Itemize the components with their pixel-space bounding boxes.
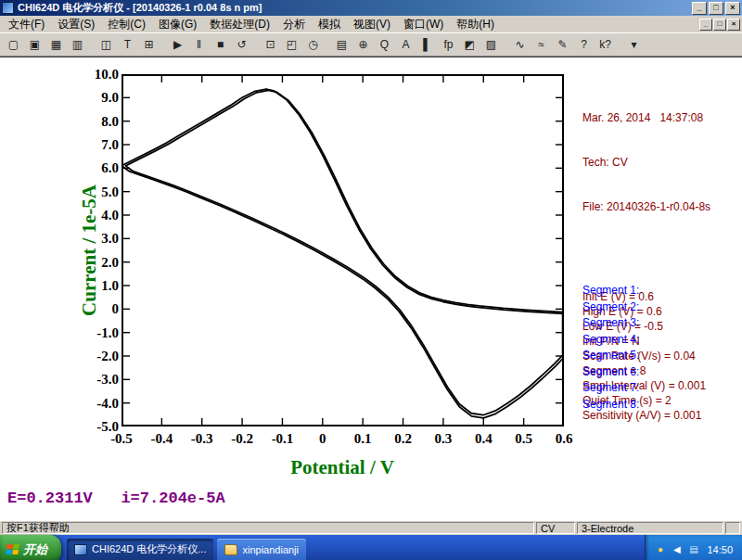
start-button[interactable]: 开始	[0, 535, 61, 560]
cv-plot[interactable]	[122, 74, 564, 426]
reverse-scan-icon[interactable]: ↺	[231, 34, 252, 55]
quiet-time-icon[interactable]: Q	[374, 34, 395, 55]
overlay-plot-icon[interactable]: ▤	[331, 34, 352, 55]
font-size-icon[interactable]: A	[395, 34, 416, 55]
toolbar-separator	[88, 34, 96, 55]
minimize-button[interactable]: _	[692, 2, 707, 15]
cursor-readout: E=0.2311V i=7.204e-5A	[7, 490, 225, 507]
maximize-button[interactable]: □	[709, 2, 723, 15]
stop-icon[interactable]: ■	[210, 34, 231, 55]
x-tick-label: -0.5	[110, 431, 133, 447]
task-label: xinpiandianji	[242, 544, 299, 555]
taskbar-task-2[interactable]: xinpiandianji	[217, 539, 306, 560]
y-tick-label: 8.0	[101, 113, 119, 129]
smooth-data-icon[interactable]: ∿	[509, 34, 531, 55]
app-window: CHI624D 电化学分析仪 - [20140326-1 r0.04 8s n …	[0, 0, 742, 560]
status-electrode-mode: 3-Electrode	[577, 522, 723, 534]
instrument-status-icon[interactable]: ●	[654, 543, 666, 555]
input-method-icon[interactable]: ▤	[687, 543, 699, 555]
toolbar: ▢▣▦▥◫T⊞▶‖■↺⊡◰◷▤⊕QA▌fp◩▨∿≈✎?k?▾	[0, 32, 742, 57]
x-tick-label: -0.1	[272, 431, 294, 447]
toolbar-separator	[502, 34, 509, 55]
segment-label: Segment 6:	[582, 364, 639, 381]
status-help-text: 按F1获得帮助	[2, 522, 534, 534]
toolbar-separator	[616, 34, 623, 55]
menu-item-6[interactable]: 分析	[276, 16, 312, 33]
app-icon	[2, 2, 14, 14]
segment-label: Segment 5:	[582, 348, 639, 364]
segment-label: Segment 2:	[582, 299, 639, 316]
context-help-icon[interactable]: k?	[595, 34, 616, 55]
taskbar: 开始 CHI624D 电化学分析仪...xinpiandianji ●◀▤ 14…	[0, 535, 742, 560]
y-tick-label: -4.0	[96, 395, 119, 411]
taskbar-task-1[interactable]: CHI624D 电化学分析仪...	[67, 539, 213, 560]
menu-item-4[interactable]: 图像(G)	[152, 16, 203, 33]
x-tick-label: 0.6	[556, 431, 573, 447]
experiment-timestamp: Mar. 26, 2014 14:37:08	[582, 110, 710, 125]
app-task-icon	[74, 544, 87, 555]
present-data-icon[interactable]: ▨	[480, 34, 502, 55]
graph-options-icon[interactable]: ◩	[459, 34, 480, 55]
derivative-icon[interactable]: ≈	[531, 34, 552, 55]
menu-item-3[interactable]: 控制(C)	[101, 16, 152, 33]
menu-item-2[interactable]: 设置(S)	[51, 16, 101, 33]
menu-item-5[interactable]: 数据处理(D)	[203, 16, 276, 33]
status-bar: 按F1获得帮助 CV 3-Electrode	[0, 520, 742, 535]
y-tick-label: 10.0	[95, 67, 119, 83]
y-tick-label: -2.0	[96, 349, 119, 364]
cv-curve-cycle-2	[125, 90, 562, 414]
about-icon[interactable]: ?	[573, 34, 595, 55]
volume-icon[interactable]: ◀	[671, 543, 683, 555]
copy-graph-icon[interactable]: ◫	[96, 34, 117, 55]
annotate-pen-icon[interactable]: ✎	[552, 34, 573, 55]
menu-item-10[interactable]: 帮助(H)	[450, 16, 501, 33]
print-icon[interactable]: ▥	[67, 34, 88, 55]
x-axis-label: Potential / V	[290, 456, 394, 479]
x-tick-label: 0.3	[435, 431, 453, 447]
color-bars-icon[interactable]: ▌	[416, 34, 438, 55]
pause-icon[interactable]: ‖	[188, 34, 210, 55]
menu-bar: 文件(F)设置(S)控制(C)图像(G)数据处理(D)分析模拟视图(V)窗口(W…	[0, 16, 742, 32]
y-tick-label: 7.0	[101, 137, 119, 153]
segment-label: Segment 3:	[582, 315, 639, 332]
text-tool-icon[interactable]: T	[117, 34, 138, 55]
start-button-label: 开始	[23, 541, 47, 558]
info-spacer	[582, 244, 710, 260]
menu-item-7[interactable]: 模拟	[312, 16, 347, 33]
new-file-icon[interactable]: ▢	[3, 34, 24, 55]
child-restore-button[interactable]: □	[713, 19, 726, 31]
child-minimize-button[interactable]: _	[699, 19, 712, 31]
toolbar-dropdown[interactable]: ▾	[623, 34, 645, 55]
segment-label: Segment 4:	[582, 332, 639, 349]
data-listing-icon[interactable]: ⊞	[138, 34, 160, 55]
toolbar-separator	[324, 34, 331, 55]
run-experiment-icon[interactable]: ▶	[167, 34, 188, 55]
y-tick-label: 3.0	[101, 231, 119, 247]
zoom-window-icon[interactable]: ⊡	[260, 34, 281, 55]
segment-label: Segment 7:	[582, 380, 639, 397]
window-title: CHI624D 电化学分析仪 - [20140326-1 r0.04 8s n …	[18, 1, 692, 15]
close-button[interactable]: ×	[725, 2, 740, 15]
menu-item-8[interactable]: 视图(V)	[347, 16, 397, 33]
status-resize-grip	[725, 522, 740, 534]
timer-icon[interactable]: ◷	[302, 34, 324, 55]
x-tick-label: 0.5	[515, 431, 532, 447]
toolbar-separator	[252, 34, 260, 55]
y-tick-label: 4.0	[101, 208, 119, 223]
experiment-file: File: 20140326-1-r0.04-8s	[582, 199, 710, 214]
toolbar-separator	[160, 34, 167, 55]
segment-list: Segment 1:Segment 2:Segment 3:Segment 4:…	[582, 283, 639, 413]
menu-item-1[interactable]: 文件(F)	[2, 16, 51, 33]
y-tick-label: 1.0	[101, 278, 119, 294]
save-file-icon[interactable]: ▦	[45, 34, 67, 55]
fp-tool-icon[interactable]: fp	[438, 34, 459, 55]
open-file-icon[interactable]: ▣	[24, 34, 45, 55]
x-tick-label: -0.2	[231, 431, 253, 447]
manual-result-icon[interactable]: ◰	[281, 34, 302, 55]
y-tick-label: 9.0	[101, 90, 119, 106]
menu-item-9[interactable]: 窗口(W)	[397, 16, 450, 33]
child-close-button[interactable]: ×	[727, 19, 740, 31]
y-tick-label: 6.0	[101, 160, 119, 176]
status-technique: CV	[536, 522, 575, 534]
zoom-in-icon[interactable]: ⊕	[352, 34, 374, 55]
